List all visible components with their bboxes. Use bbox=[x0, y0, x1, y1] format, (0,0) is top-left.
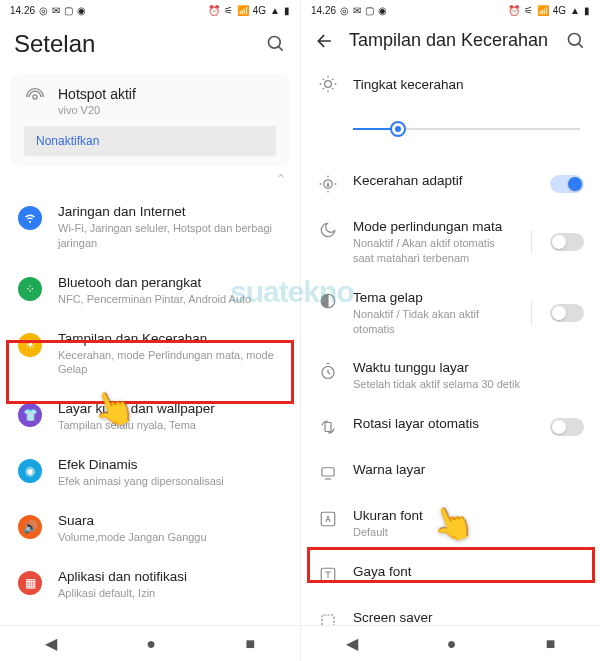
item-eyecare[interactable]: Mode perlindungan mataNonaktif / Akan ak… bbox=[301, 207, 600, 278]
item-sub: Setelah tidak aktif selama 30 detik bbox=[353, 377, 584, 392]
item-color[interactable]: Warna layar bbox=[301, 450, 600, 496]
mail-icon: ✉ bbox=[353, 5, 361, 16]
screensaver-icon bbox=[317, 610, 339, 625]
brightness-slider[interactable] bbox=[353, 117, 580, 141]
page-header: Setelan bbox=[0, 20, 300, 68]
item-adaptive[interactable]: Kecerahan adaptif bbox=[301, 161, 600, 207]
nav-home-icon[interactable]: ● bbox=[447, 635, 457, 653]
apps-icon: ▦ bbox=[18, 571, 42, 595]
bluetooth-icon: ⁘ bbox=[18, 277, 42, 301]
auto-brightness-icon bbox=[317, 173, 339, 195]
dark-toggle[interactable] bbox=[550, 304, 584, 322]
brightness-section: Tingkat kecerahan bbox=[301, 61, 600, 161]
item-label: Bluetooh dan perangkat bbox=[58, 275, 284, 290]
hotspot-device: vivo V20 bbox=[58, 104, 136, 116]
deactivate-button[interactable]: Nonaktifkan bbox=[24, 126, 276, 156]
alarm-icon: ⏰ bbox=[208, 5, 220, 16]
item-dynamic[interactable]: ◉ Efek DinamisEfek animasi yang diperson… bbox=[0, 445, 300, 501]
app-icon: ◉ bbox=[378, 5, 387, 16]
page-title: Setelan bbox=[14, 30, 252, 58]
network-label: 4G bbox=[253, 5, 266, 16]
item-apps[interactable]: ▦ Aplikasi dan notifikasiAplikasi defaul… bbox=[0, 557, 300, 613]
hotspot-title: Hotspot aktif bbox=[58, 86, 136, 102]
item-network[interactable]: Jaringan dan InternetWi-Fi, Jaringan sel… bbox=[0, 192, 300, 263]
moon-icon bbox=[317, 219, 339, 241]
item-label: Layar kunci dan wallpaper bbox=[58, 401, 284, 416]
svg-point-2 bbox=[33, 95, 37, 99]
wifi-icon: ▲ bbox=[270, 5, 280, 16]
item-sub: Aplikasi default, Izin bbox=[58, 586, 284, 601]
nfc-icon: ◎ bbox=[39, 5, 48, 16]
status-bar: 14.26 ◎ ✉ ▢ ◉ ⏰ ⚟ 📶 4G ▲ ▮ bbox=[301, 0, 600, 20]
battery-icon: ▮ bbox=[284, 5, 290, 16]
brightness-icon: ☀ bbox=[18, 333, 42, 357]
item-screensaver[interactable]: Screen saver bbox=[301, 598, 600, 625]
item-display[interactable]: ☀ Tampilan dan KecerahanKecerahan, mode … bbox=[0, 319, 300, 390]
collapse-icon[interactable]: ⌃ bbox=[0, 170, 300, 192]
item-sound[interactable]: 🔊 SuaraVolume,mode Jangan Ganggu bbox=[0, 501, 300, 557]
brightness-icon bbox=[317, 73, 339, 95]
screen-settings: 14.26 ◎ ✉ ▢ ◉ ⏰ ⚟ 📶 4G ▲ ▮ Setelan Hotsp… bbox=[0, 0, 300, 661]
volte-icon: ⚟ bbox=[524, 5, 533, 16]
fontsize-icon bbox=[317, 508, 339, 530]
item-fontstyle[interactable]: Gaya font bbox=[301, 552, 600, 598]
item-sub: Default bbox=[353, 525, 584, 540]
hotspot-icon bbox=[24, 86, 46, 108]
item-dark[interactable]: Tema gelapNonaktif / Tidak akan aktif ot… bbox=[301, 278, 600, 349]
chat-icon: ▢ bbox=[64, 5, 73, 16]
hotspot-card: Hotspot aktif vivo V20 Nonaktifkan bbox=[10, 74, 290, 166]
svg-rect-9 bbox=[325, 423, 331, 432]
rotation-toggle[interactable] bbox=[550, 418, 584, 436]
item-sub: Wi-Fi, Jaringan seluler, Hotspot dan ber… bbox=[58, 221, 284, 251]
item-timeout[interactable]: Waktu tunggu layarSetelah tidak aktif se… bbox=[301, 348, 600, 404]
eyecare-toggle[interactable] bbox=[550, 233, 584, 251]
wifi-icon: ▲ bbox=[570, 5, 580, 16]
item-fontsize[interactable]: Ukuran fontDefault bbox=[301, 496, 600, 552]
adaptive-toggle[interactable] bbox=[550, 175, 584, 193]
item-bluetooth[interactable]: ⁘ Bluetooh dan perangkatNFC, Pencerminan… bbox=[0, 263, 300, 319]
search-icon[interactable] bbox=[566, 31, 586, 51]
item-label: Jaringan dan Internet bbox=[58, 204, 284, 219]
svg-point-3 bbox=[569, 33, 581, 45]
fontstyle-icon bbox=[317, 564, 339, 586]
item-label: Waktu tunggu layar bbox=[353, 360, 584, 375]
svg-point-5 bbox=[325, 81, 332, 88]
color-icon bbox=[317, 462, 339, 484]
item-label: Efek Dinamis bbox=[58, 457, 284, 472]
svg-line-1 bbox=[279, 47, 283, 51]
swirl-icon: ◉ bbox=[18, 459, 42, 483]
item-label: Tampilan dan Kecerahan bbox=[58, 331, 284, 346]
nav-recent-icon[interactable]: ■ bbox=[546, 635, 556, 653]
item-label: Warna layar bbox=[353, 462, 584, 477]
shirt-icon: 👕 bbox=[18, 403, 42, 427]
nav-back-icon[interactable]: ◀ bbox=[346, 634, 358, 653]
battery-icon: ▮ bbox=[584, 5, 590, 16]
item-sub: Kecerahan, mode Perlindungan mata, mode … bbox=[58, 348, 284, 378]
timeout-icon bbox=[317, 360, 339, 382]
status-time: 14.26 bbox=[311, 5, 336, 16]
svg-rect-10 bbox=[322, 468, 334, 476]
item-label: Mode perlindungan mata bbox=[353, 219, 517, 234]
item-rotation[interactable]: Rotasi layar otomatis bbox=[301, 404, 600, 450]
nav-back-icon[interactable]: ◀ bbox=[45, 634, 57, 653]
nav-home-icon[interactable]: ● bbox=[146, 635, 156, 653]
navigation-bar: ◀ ● ■ bbox=[0, 625, 300, 661]
screen-display: 14.26 ◎ ✉ ▢ ◉ ⏰ ⚟ 📶 4G ▲ ▮ Tampilan dan … bbox=[300, 0, 600, 661]
nav-recent-icon[interactable]: ■ bbox=[246, 635, 256, 653]
item-sub: Tampilan selalu nyala, Tema bbox=[58, 418, 284, 433]
back-icon[interactable] bbox=[315, 31, 335, 51]
wifi-icon bbox=[18, 206, 42, 230]
item-wallpaper[interactable]: 👕 Layar kunci dan wallpaperTampilan sela… bbox=[0, 389, 300, 445]
svg-rect-11 bbox=[321, 512, 335, 526]
search-icon[interactable] bbox=[266, 34, 286, 54]
nfc-icon: ◎ bbox=[340, 5, 349, 16]
signal-icon: 📶 bbox=[537, 5, 549, 16]
item-label: Gaya font bbox=[353, 564, 584, 579]
settings-list: Jaringan dan InternetWi-Fi, Jaringan sel… bbox=[0, 192, 300, 625]
item-label: Rotasi layar otomatis bbox=[353, 416, 536, 431]
signal-icon: 📶 bbox=[237, 5, 249, 16]
sound-icon: 🔊 bbox=[18, 515, 42, 539]
svg-line-4 bbox=[579, 43, 583, 47]
app-icon: ◉ bbox=[77, 5, 86, 16]
brightness-label: Tingkat kecerahan bbox=[353, 77, 464, 92]
